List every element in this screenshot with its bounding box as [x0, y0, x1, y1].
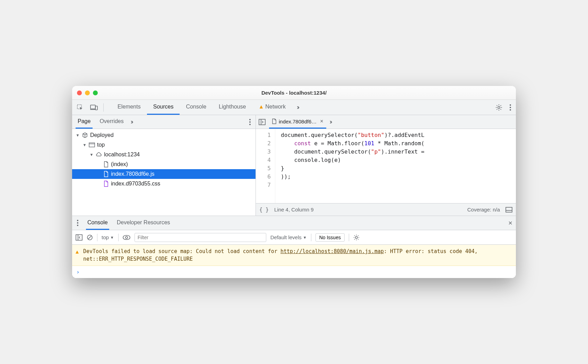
svg-rect-5: [259, 119, 265, 125]
toggle-navigator-icon[interactable]: [259, 119, 266, 125]
more-tabs-icon[interactable]: ››: [297, 104, 298, 111]
devtools-window: DevTools - localhost:1234/ Elements Sour…: [72, 86, 516, 278]
editor-more-tabs-icon[interactable]: ››: [330, 118, 331, 125]
console-settings-icon[interactable]: [353, 234, 360, 241]
issues-button[interactable]: No Issues: [315, 233, 345, 242]
drawer-tabs: Console Developer Resources ×: [72, 216, 516, 230]
inspect-element-icon[interactable]: [76, 103, 85, 112]
live-expression-icon[interactable]: [123, 235, 130, 240]
tab-console[interactable]: Console: [180, 100, 213, 115]
maximize-window-button[interactable]: [93, 90, 98, 95]
svg-point-9: [126, 236, 128, 239]
cube-icon: [82, 132, 88, 138]
code-editor[interactable]: 1234567 document.querySelector("button")…: [256, 129, 516, 203]
chevron-down-icon: ▼: [76, 133, 80, 137]
filter-input[interactable]: [135, 233, 266, 242]
drawer-tab-devresources[interactable]: Developer Resources: [115, 216, 172, 230]
document-icon: [272, 119, 277, 124]
titlebar: DevTools - localhost:1234/: [72, 86, 516, 100]
drawer-menu-icon[interactable]: [76, 218, 80, 227]
window-title: DevTools - localhost:1234/: [72, 90, 516, 96]
frame-icon: [89, 142, 95, 147]
editor-pane: index.7808df6… × ›› 1234567 document.que…: [256, 115, 516, 216]
chevron-down-icon: ▼: [303, 235, 307, 240]
tab-lighthouse[interactable]: Lighthouse: [213, 100, 252, 115]
console-output: ▲ DevTools failed to load source map: Co…: [72, 245, 516, 278]
console-warning-message[interactable]: ▲ DevTools failed to load source map: Co…: [72, 245, 516, 266]
navigator-tabs: Page Overrides ››: [72, 115, 256, 129]
panel-tabs: Elements Sources Console Lighthouse ▲Net…: [111, 100, 292, 115]
svg-point-3: [498, 106, 500, 109]
tab-sources[interactable]: Sources: [147, 100, 180, 115]
svg-rect-4: [89, 143, 95, 147]
editor-status-bar: { } Line 4, Column 9 Coverage: n/a: [256, 203, 516, 216]
tree-file-css[interactable]: index.d9703d55.css: [72, 179, 256, 189]
warning-icon: ▲: [258, 104, 264, 110]
console-toolbar: top ▼ Default levels ▼ No Issues: [72, 230, 516, 245]
chevron-down-icon: ▼: [89, 153, 94, 157]
source-map-link[interactable]: http://localhost:8080/main.js.map: [280, 248, 384, 254]
cursor-position: Line 4, Column 9: [274, 207, 313, 213]
minimize-window-button[interactable]: [85, 90, 90, 95]
navigator-tab-page[interactable]: Page: [76, 115, 93, 129]
tree-file-index[interactable]: (index): [72, 159, 256, 169]
editor-tabs: index.7808df6… × ››: [256, 115, 516, 129]
chevron-down-icon: ▼: [110, 235, 114, 240]
pretty-print-icon[interactable]: { }: [259, 207, 269, 213]
svg-point-10: [355, 236, 357, 239]
code-content: document.querySelector("button")?.addEve…: [275, 129, 424, 203]
drawer-close-icon[interactable]: ×: [508, 219, 512, 227]
file-tree: ▼ Deployed ▼ top ▼ localhost:1234 (index…: [72, 129, 256, 189]
clear-console-icon[interactable]: [87, 234, 93, 241]
warning-icon: ▲: [76, 248, 79, 255]
document-icon: [103, 181, 109, 187]
log-levels-selector[interactable]: Default levels ▼: [270, 234, 307, 240]
traffic-lights: [77, 90, 98, 95]
settings-icon[interactable]: [494, 103, 503, 112]
document-icon: [103, 171, 109, 177]
close-tab-icon[interactable]: ×: [320, 118, 323, 124]
tree-origin[interactable]: ▼ localhost:1234: [72, 150, 256, 159]
chevron-down-icon: ▼: [83, 143, 87, 147]
tab-elements[interactable]: Elements: [111, 100, 147, 115]
tree-top[interactable]: ▼ top: [72, 140, 256, 150]
tree-deployed[interactable]: ▼ Deployed: [72, 130, 256, 140]
tree-file-js[interactable]: index.7808df6e.js: [72, 169, 256, 179]
navigator-pane: Page Overrides ›› ▼ Deployed ▼ top: [72, 115, 256, 216]
main-menu-icon[interactable]: [508, 103, 512, 112]
close-window-button[interactable]: [77, 90, 82, 95]
show-drawer-icon[interactable]: [505, 207, 512, 213]
console-filter[interactable]: [135, 233, 266, 242]
main-toolbar: Elements Sources Console Lighthouse ▲Net…: [72, 100, 516, 115]
console-prompt[interactable]: ›: [72, 266, 516, 278]
svg-rect-1: [90, 105, 95, 109]
device-toolbar-icon[interactable]: [89, 103, 98, 112]
open-file-tab[interactable]: index.7808df6… ×: [269, 115, 326, 129]
line-gutter: 1234567: [256, 129, 275, 203]
sources-panel: Page Overrides ›› ▼ Deployed ▼ top: [72, 115, 516, 216]
cloud-icon: [96, 152, 102, 157]
navigator-more-tabs-icon[interactable]: ››: [131, 118, 132, 125]
coverage-status: Coverage: n/a: [467, 207, 500, 213]
execution-context-selector[interactable]: top ▼: [102, 234, 114, 240]
console-sidebar-toggle-icon[interactable]: [76, 234, 83, 241]
drawer-tab-console[interactable]: Console: [86, 216, 109, 230]
tab-network[interactable]: ▲Network: [252, 100, 292, 115]
navigator-menu-icon[interactable]: [248, 118, 252, 127]
svg-rect-6: [506, 207, 512, 212]
document-icon: [103, 161, 109, 167]
navigator-tab-overrides[interactable]: Overrides: [97, 115, 126, 129]
